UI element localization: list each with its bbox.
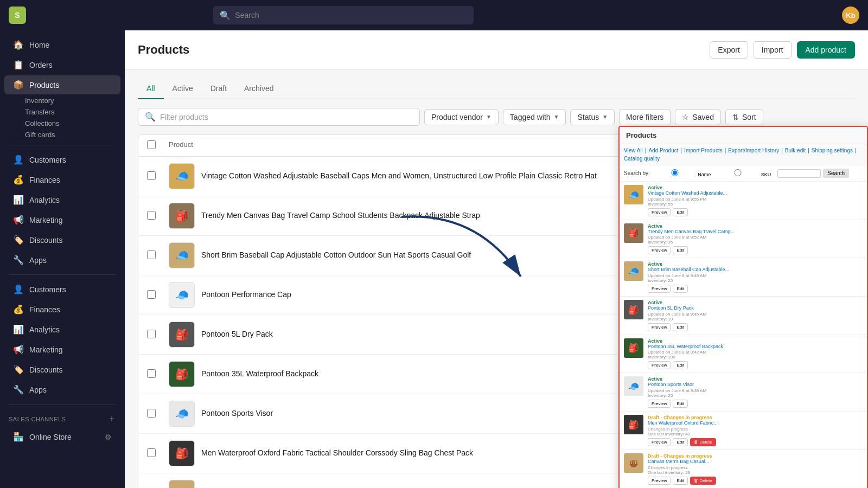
overlay-preview-button[interactable]: Preview [648, 400, 671, 408]
product-name[interactable]: Pontoon Performance Cap [201, 290, 291, 300]
import-button[interactable]: Import [754, 41, 792, 59]
overlay-product-name[interactable]: Vintage Cotton Washed Adjustable... [648, 190, 863, 197]
global-search-bar[interactable]: 🔍 [213, 6, 474, 24]
sidebar-item-finances2[interactable]: 💰 Finances [4, 300, 120, 319]
sidebar-item-discounts[interactable]: 🏷️ Discounts [4, 230, 120, 249]
overlay-preview-button[interactable]: Preview [648, 477, 671, 485]
overlay-edit-button[interactable]: Edit [673, 400, 688, 408]
overlay-product-status: Draft - Changes in progress [648, 453, 863, 459]
overlay-tab-view-all[interactable]: View All [624, 147, 643, 153]
sidebar-item-online-store[interactable]: 🏪 Online Store ⚙ [4, 427, 120, 446]
sidebar-sub-collections[interactable]: Collections [0, 118, 125, 129]
product-emoji: 🧢 [175, 288, 189, 301]
overlay-product-name[interactable]: Pontoon 5L Dry Pack [648, 305, 863, 312]
sidebar-item-home[interactable]: 🏠 Home [4, 35, 120, 54]
sidebar-item-orders[interactable]: 📋 Orders [4, 55, 120, 74]
row-checkbox[interactable] [147, 251, 156, 259]
avatar[interactable]: Kb [842, 7, 859, 24]
product-vendor-filter[interactable]: Product vendor ▼ [424, 109, 499, 125]
overlay-edit-button[interactable]: Edit [673, 361, 688, 369]
sidebar-item-analytics2[interactable]: 📊 Analytics [4, 320, 120, 339]
sidebar-item-customers[interactable]: 👤 Customers [4, 150, 120, 169]
tab-all[interactable]: All [138, 79, 164, 99]
sidebar-item-marketing2[interactable]: 📢 Marketing [4, 340, 120, 359]
add-product-button[interactable]: Add product [797, 41, 856, 59]
row-checkbox[interactable] [147, 211, 156, 220]
overlay-tab-bulk-edit[interactable]: Bulk edit [785, 147, 806, 153]
online-store-settings-icon[interactable]: ⚙ [105, 433, 112, 441]
row-checkbox-cell [147, 448, 169, 459]
product-name[interactable]: Trendy Men Canvas Bag Travel Camp School… [201, 210, 480, 221]
sidebar-sub-gift-cards[interactable]: Gift cards [0, 129, 125, 140]
overlay-search-input[interactable] [777, 169, 821, 178]
overlay-tab-export-history[interactable]: Export/Import History [728, 147, 779, 153]
overlay-product-name[interactable]: Men Waterproof Oxford Fabric... [648, 420, 863, 427]
sidebar-item-products[interactable]: 📦 Products [4, 75, 120, 94]
sidebar-sub-inventory[interactable]: Inventory [0, 95, 125, 106]
filter-search-input[interactable] [160, 113, 413, 121]
overlay-search-name-radio[interactable] [653, 169, 697, 176]
sort-button[interactable]: ⇅ Sort [725, 109, 763, 125]
more-filters-button[interactable]: More filters [619, 109, 671, 125]
overlay-edit-button[interactable]: Edit [673, 246, 688, 254]
product-name[interactable]: Pontoon Sports Visor [201, 408, 273, 419]
overlay-tab-add-product[interactable]: Add Product [648, 147, 678, 153]
row-checkbox[interactable] [147, 330, 156, 338]
export-button[interactable]: Export [710, 41, 748, 59]
overlay-delete-button[interactable]: 🗑 Delete [690, 438, 716, 446]
overlay-edit-button[interactable]: Edit [673, 477, 688, 485]
tab-draft[interactable]: Draft [202, 79, 235, 99]
sidebar-sub-transfers[interactable]: Transfers [0, 106, 125, 118]
tab-archived[interactable]: Archived [235, 79, 282, 99]
overlay-preview-button[interactable]: Preview [648, 361, 671, 369]
customers2-icon: 👤 [13, 284, 24, 294]
global-search-input[interactable] [235, 11, 467, 20]
overlay-edit-button[interactable]: Edit [673, 438, 688, 446]
sidebar-item-discounts2[interactable]: 🏷️ Discounts [4, 360, 120, 379]
product-name[interactable]: Pontoon 35L Waterproof Backpack [201, 369, 318, 380]
row-checkbox[interactable] [147, 171, 156, 180]
sidebar-item-finances[interactable]: 💰 Finances [4, 170, 120, 189]
overlay-preview-button[interactable]: Preview [648, 246, 671, 254]
sidebar-item-marketing[interactable]: 📢 Marketing [4, 210, 120, 229]
row-checkbox[interactable] [147, 448, 156, 457]
product-name[interactable]: Short Brim Baseball Cap Adjustable Cotto… [201, 250, 471, 261]
overlay-tab-import[interactable]: Import Products [684, 147, 723, 153]
saved-button[interactable]: ☆ Saved [675, 109, 721, 125]
overlay-preview-button[interactable]: Preview [648, 323, 671, 331]
sidebar-item-analytics[interactable]: 📊 Analytics [4, 190, 120, 209]
overlay-product-name[interactable]: Pontoon 35L Waterproof Backpack [648, 344, 863, 350]
product-name[interactable]: Men Waterproof Oxford Fabric Tactical Sh… [201, 448, 473, 459]
row-checkbox[interactable] [147, 369, 156, 378]
overlay-product-name[interactable]: Canvas Men's Bag Casual... [648, 459, 863, 465]
sidebar-item-apps[interactable]: 🔧 Apps [4, 251, 120, 269]
row-checkbox[interactable] [147, 290, 156, 299]
shopify-logo[interactable]: S [9, 7, 26, 24]
overlay-edit-button[interactable]: Edit [673, 323, 688, 331]
overlay-search-button[interactable]: Search [823, 169, 849, 178]
add-sales-channel-icon[interactable]: ＋ [107, 413, 117, 425]
sidebar-item-apps2[interactable]: 🔧 Apps [4, 380, 120, 399]
overlay-product-name[interactable]: Trendy Men Canvas Bag Travel Camp... [648, 229, 863, 235]
row-checkbox[interactable] [147, 409, 156, 418]
status-filter[interactable]: Status ▼ [570, 109, 615, 125]
overlay-product-name[interactable]: Short Brim Baseball Cap Adjustable... [648, 267, 863, 273]
overlay-preview-button[interactable]: Preview [648, 285, 671, 293]
overlay-edit-button[interactable]: Edit [673, 285, 688, 293]
overlay-preview-button[interactable]: Preview [648, 438, 671, 446]
overlay-edit-button[interactable]: Edit [673, 208, 688, 216]
select-all-checkbox[interactable] [147, 140, 156, 149]
overlay-preview-button[interactable]: Preview [648, 208, 671, 216]
overlay-tab-shipping[interactable]: Shipping settings [812, 147, 853, 153]
product-name[interactable]: Pontoon 5L Dry Pack [201, 329, 273, 340]
overlay-product-name[interactable]: Pontoon Sports Visor [648, 382, 863, 388]
product-name[interactable]: Vintage Cotton Washed Adjustable Basebal… [201, 171, 597, 182]
tagged-with-filter[interactable]: Tagged with ▼ [503, 109, 566, 125]
sidebar-item-customers2[interactable]: 👤 Customers [4, 280, 120, 299]
overlay-product-row: 🎒 Active Trendy Men Canvas Bag Travel Ca… [620, 220, 867, 259]
overlay-panel: Products View All | Add Product | Import… [618, 126, 868, 488]
overlay-delete-button[interactable]: 🗑 Delete [690, 477, 716, 485]
tab-active[interactable]: Active [164, 79, 202, 99]
overlay-tab-catalog[interactable]: Catalog quality [624, 156, 660, 162]
overlay-search-sku-radio[interactable] [716, 169, 760, 176]
